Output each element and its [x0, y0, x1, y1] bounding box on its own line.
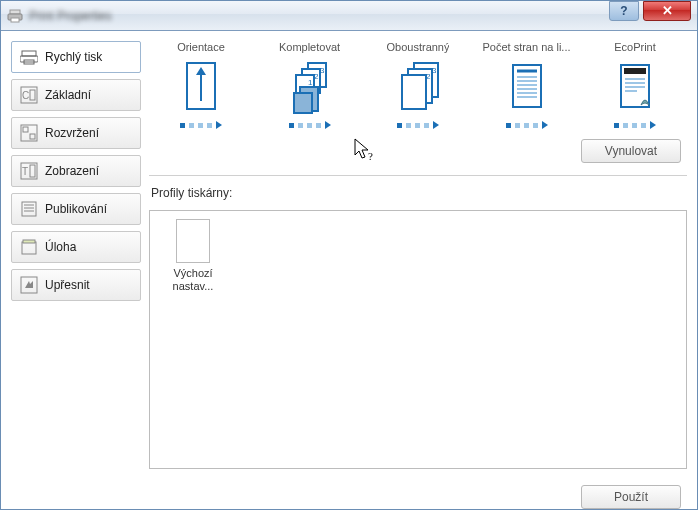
- next-option-icon: [650, 121, 656, 129]
- sidebar-tab-job[interactable]: Úloha: [11, 231, 141, 263]
- profile-name: Výchozí nastav...: [161, 267, 225, 293]
- next-option-icon: [216, 121, 222, 129]
- option-indicator: [506, 121, 548, 129]
- titlebar: Print Properties ? ✕: [1, 1, 697, 31]
- duplex-icon: 3 2: [394, 59, 442, 115]
- profiles-title: Profily tiskárny:: [151, 186, 687, 200]
- svg-rect-11: [30, 134, 35, 139]
- basic-icon: C: [20, 86, 38, 104]
- quick-option-label: Kompletovat: [279, 41, 340, 53]
- quick-option-collate[interactable]: Kompletovat 3 2 1: [264, 41, 356, 129]
- orientation-portrait-icon: [177, 59, 225, 115]
- quick-option-label: EcoPrint: [614, 41, 656, 53]
- help-button[interactable]: ?: [609, 1, 639, 21]
- option-indicator: [180, 121, 222, 129]
- sidebar-tab-advanced[interactable]: Upřesnit: [11, 269, 141, 301]
- pages-per-sheet-icon: [503, 59, 551, 115]
- svg-rect-0: [10, 10, 20, 14]
- option-indicator: [614, 121, 656, 129]
- quick-option-label: Počet stran na li...: [482, 41, 570, 53]
- apply-button[interactable]: Použít: [581, 485, 681, 509]
- layout-icon: [20, 124, 38, 142]
- divider: [149, 175, 687, 176]
- svg-rect-47: [624, 68, 646, 74]
- close-button[interactable]: ✕: [643, 1, 691, 21]
- collate-icon: 3 2 1: [286, 59, 334, 115]
- sidebar-tab-label: Rychlý tisk: [45, 50, 102, 64]
- svg-rect-8: [30, 90, 35, 100]
- reset-button[interactable]: Vynulovat: [581, 139, 681, 163]
- ecoprint-icon: [611, 59, 659, 115]
- quick-option-ecoprint[interactable]: EcoPrint: [589, 41, 681, 129]
- svg-rect-32: [294, 93, 312, 113]
- svg-rect-37: [402, 75, 426, 109]
- printer-icon: [7, 8, 23, 24]
- sidebar-tab-label: Úloha: [45, 240, 76, 254]
- svg-text:C: C: [22, 90, 29, 101]
- advanced-icon: [20, 276, 38, 294]
- svg-rect-4: [20, 56, 38, 62]
- profile-item-default[interactable]: Výchozí nastav...: [158, 219, 228, 293]
- sidebar-tab-display[interactable]: T Zobrazení: [11, 155, 141, 187]
- quick-option-duplex[interactable]: Oboustranný 3 2: [372, 41, 464, 129]
- sidebar-tab-quick[interactable]: Rychlý tisk: [11, 41, 141, 73]
- print-properties-window: Print Properties ? ✕ Rychlý tisk C Zákla…: [0, 0, 698, 510]
- quick-options-row: Orientace Kompletovat: [149, 41, 687, 129]
- quick-option-orientation[interactable]: Orientace: [155, 41, 247, 129]
- sidebar-tab-layout[interactable]: Rozvržení: [11, 117, 141, 149]
- svg-rect-10: [23, 127, 28, 132]
- svg-rect-3: [22, 51, 36, 56]
- sidebar-tab-label: Zobrazení: [45, 164, 99, 178]
- profile-thumb-icon: [176, 219, 210, 263]
- option-indicator: [289, 121, 331, 129]
- sidebar-tab-publish[interactable]: Publikování: [11, 193, 141, 225]
- next-option-icon: [325, 121, 331, 129]
- svg-rect-19: [22, 242, 36, 254]
- main-panel: Orientace Kompletovat: [149, 41, 687, 509]
- next-option-icon: [542, 121, 548, 129]
- sidebar-tab-label: Publikování: [45, 202, 107, 216]
- svg-rect-20: [23, 240, 35, 243]
- profiles-list: Výchozí nastav...: [149, 210, 687, 469]
- publish-icon: [20, 200, 38, 218]
- svg-rect-14: [30, 165, 35, 177]
- quick-option-label: Oboustranný: [387, 41, 450, 53]
- sidebar: Rychlý tisk C Základní Rozvržení T Zobra…: [11, 41, 141, 509]
- next-option-icon: [433, 121, 439, 129]
- job-icon: [20, 238, 38, 256]
- sidebar-tab-label: Rozvržení: [45, 126, 99, 140]
- svg-rect-15: [22, 202, 36, 216]
- svg-text:1: 1: [308, 78, 313, 87]
- sidebar-tab-basic[interactable]: C Základní: [11, 79, 141, 111]
- svg-rect-2: [11, 18, 19, 22]
- quick-option-pages-per-sheet[interactable]: Počet stran na li...: [481, 41, 573, 129]
- sidebar-tab-label: Upřesnit: [45, 278, 90, 292]
- option-indicator: [397, 121, 439, 129]
- svg-text:T: T: [22, 166, 28, 177]
- sidebar-tab-label: Základní: [45, 88, 91, 102]
- printer-quick-icon: [20, 48, 38, 66]
- window-title: Print Properties: [29, 9, 112, 23]
- quick-option-label: Orientace: [177, 41, 225, 53]
- display-icon: T: [20, 162, 38, 180]
